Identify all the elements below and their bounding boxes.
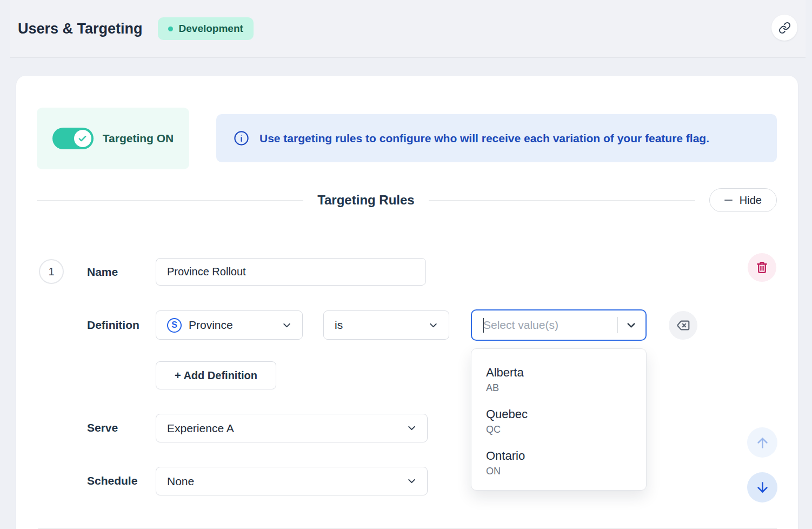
option-label: Ontario bbox=[486, 448, 631, 464]
schedule-label: Schedule bbox=[87, 474, 137, 487]
arrow-down-icon bbox=[755, 480, 770, 495]
move-rule-up-button[interactable] bbox=[747, 427, 777, 458]
environment-badge: Development bbox=[158, 17, 254, 40]
option-label: Quebec bbox=[486, 407, 631, 422]
value-options-menu: Alberta AB Quebec QC Ontario ON bbox=[471, 348, 647, 491]
targeting-rules-title: Targeting Rules bbox=[317, 193, 415, 208]
option-alberta[interactable]: Alberta AB bbox=[471, 359, 646, 401]
targeting-card: Targeting ON Use targeting rules to conf… bbox=[16, 76, 798, 529]
move-rule-down-button[interactable] bbox=[747, 472, 777, 502]
environment-badge-label: Development bbox=[179, 23, 243, 35]
copy-link-button[interactable] bbox=[771, 15, 797, 41]
serve-select-value: Experience A bbox=[167, 422, 399, 435]
toggle-knob bbox=[74, 130, 91, 147]
chevron-down-icon bbox=[428, 320, 439, 331]
rule-number-badge: 1 bbox=[39, 259, 64, 284]
name-label: Name bbox=[87, 266, 118, 279]
page-header: Users & Targeting Development bbox=[10, 0, 806, 58]
option-ontario[interactable]: Ontario ON bbox=[471, 442, 646, 484]
definition-label: Definition bbox=[87, 319, 139, 332]
rule-name-input[interactable] bbox=[156, 258, 426, 286]
targeting-toggle[interactable] bbox=[52, 128, 94, 149]
link-icon bbox=[778, 22, 791, 34]
schedule-select-value: None bbox=[167, 475, 399, 488]
combo-separator bbox=[617, 317, 618, 333]
option-label: Alberta bbox=[486, 365, 631, 380]
targeting-rules-header: Targeting Rules Hide bbox=[37, 188, 777, 213]
property-select[interactable]: S Province bbox=[156, 310, 303, 340]
option-code: ON bbox=[486, 465, 631, 478]
hide-button-label: Hide bbox=[740, 194, 762, 207]
add-definition-button[interactable]: + Add Definition bbox=[156, 361, 276, 389]
chevron-down-icon bbox=[406, 422, 417, 434]
delete-rule-button[interactable] bbox=[748, 253, 776, 282]
option-quebec[interactable]: Quebec QC bbox=[471, 401, 646, 442]
targeting-toggle-label: Targeting ON bbox=[103, 132, 174, 145]
info-banner-text: Use targeting rules to configure who wil… bbox=[259, 132, 709, 145]
arrow-up-icon bbox=[755, 435, 770, 450]
info-banner: Use targeting rules to configure who wil… bbox=[216, 114, 777, 162]
schedule-select[interactable]: None bbox=[156, 467, 428, 495]
clear-values-button[interactable] bbox=[669, 311, 697, 340]
comparator-select-value: is bbox=[335, 319, 421, 332]
divider-line bbox=[37, 200, 303, 201]
property-select-value: Province bbox=[189, 319, 274, 332]
environment-dot-icon bbox=[168, 27, 173, 31]
targeting-status-box: Targeting ON bbox=[37, 108, 189, 169]
string-type-icon: S bbox=[167, 318, 182, 333]
values-placeholder: Select value(s) bbox=[483, 319, 617, 332]
trash-icon bbox=[755, 261, 769, 274]
serve-label: Serve bbox=[87, 421, 118, 434]
chevron-down-icon bbox=[281, 320, 292, 331]
divider-line bbox=[429, 200, 695, 201]
minus-icon bbox=[724, 200, 733, 201]
chevron-down-icon bbox=[406, 475, 417, 487]
page-title: Users & Targeting bbox=[18, 21, 143, 37]
comparator-select[interactable]: is bbox=[323, 310, 449, 340]
backspace-icon bbox=[676, 318, 690, 333]
check-icon bbox=[78, 134, 87, 143]
info-icon bbox=[234, 130, 249, 146]
chevron-down-icon[interactable] bbox=[625, 319, 637, 332]
serve-select[interactable]: Experience A bbox=[156, 414, 428, 442]
hide-rules-button[interactable]: Hide bbox=[709, 188, 777, 212]
values-multiselect-input[interactable]: Select value(s) bbox=[471, 309, 647, 341]
option-code: QC bbox=[486, 423, 631, 437]
option-code: AB bbox=[486, 381, 631, 395]
